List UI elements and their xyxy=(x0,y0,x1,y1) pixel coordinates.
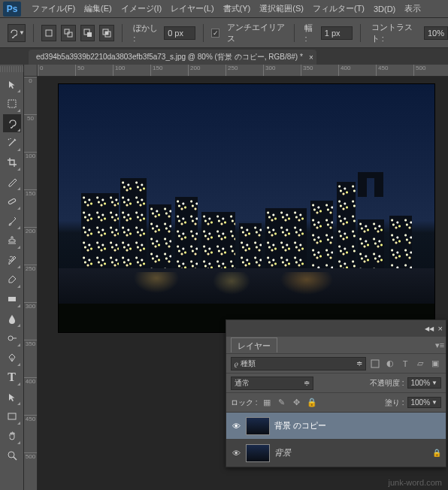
svg-rect-12 xyxy=(8,297,16,301)
panel-menu-icon[interactable]: ▾≡ xyxy=(434,339,446,351)
history-brush-tool[interactable] xyxy=(3,251,21,269)
panel-header[interactable]: ◀◀ × xyxy=(226,320,446,337)
healing-tool[interactable] xyxy=(3,192,21,210)
visibility-toggle[interactable]: 👁 xyxy=(231,449,241,458)
chevron-icon: ≑ xyxy=(304,379,310,387)
document-tab[interactable]: ed394b5a3939b2210da3803efb3f5a73_s.jpg @… xyxy=(29,50,316,65)
canvas-area[interactable]: 050100150200250300350400450500550600 050… xyxy=(24,65,448,490)
magic-wand-tool[interactable] xyxy=(3,134,21,152)
gradient-tool[interactable] xyxy=(3,290,21,308)
brush-icon xyxy=(7,216,17,226)
kind-filter-select[interactable]: 𝜌 種類≑ xyxy=(231,357,366,371)
tool-preset-picker[interactable]: ▼ xyxy=(8,24,26,42)
collapse-icon[interactable]: ◀◀ xyxy=(425,325,434,332)
lasso-tool[interactable] xyxy=(3,114,21,132)
svg-rect-5 xyxy=(87,32,92,37)
menu-type[interactable]: 書式(Y) xyxy=(219,3,256,14)
menu-filter[interactable]: フィルター(T) xyxy=(308,3,369,14)
menu-image[interactable]: イメージ(I) xyxy=(117,3,166,14)
app-logo: Ps xyxy=(3,2,21,17)
lock-transparency-icon[interactable]: ▦ xyxy=(261,397,273,409)
menu-layer[interactable]: レイヤー(L) xyxy=(166,3,218,14)
layer-thumbnail[interactable] xyxy=(246,417,270,435)
fill-input[interactable]: 100%▼ xyxy=(407,397,442,408)
dodge-tool[interactable] xyxy=(3,329,21,347)
hand-tool[interactable] xyxy=(3,427,21,445)
intersect-selection-button[interactable] xyxy=(99,25,114,41)
toolbox-drag-handle[interactable] xyxy=(0,66,23,72)
layers-tab[interactable]: レイヤー xyxy=(231,337,277,352)
menu-3d[interactable]: 3D(D) xyxy=(369,5,400,14)
lock-icon: 🔒 xyxy=(432,449,441,457)
separator xyxy=(33,24,34,42)
zoom-tool[interactable] xyxy=(3,446,21,464)
width-input[interactable] xyxy=(321,26,353,40)
add-selection-button[interactable] xyxy=(61,25,76,41)
layer-name[interactable]: 背景 xyxy=(274,447,428,458)
menu-select[interactable]: 選択範囲(S) xyxy=(255,3,308,14)
pen-icon xyxy=(7,352,17,363)
gradient-icon xyxy=(7,294,17,304)
layers-panel: ◀◀ × レイヤー ▾≡ 𝜌 種類≑ ◐ T ▱ ▣ 通常≑ xyxy=(226,319,446,467)
subtract-selection-button[interactable] xyxy=(80,25,95,41)
fill-label: 塗り : xyxy=(385,398,404,408)
contrast-input[interactable] xyxy=(424,26,448,40)
chevron-down-icon: ▼ xyxy=(19,29,25,36)
filter-adjustment-icon[interactable]: ◐ xyxy=(384,358,396,370)
vertical-ruler[interactable]: 050100150200250300350400450500550600650 xyxy=(24,77,38,490)
type-icon: T xyxy=(8,371,16,384)
antialias-checkbox[interactable]: ✓ xyxy=(211,29,219,38)
new-selection-button[interactable] xyxy=(41,25,56,41)
svg-point-14 xyxy=(8,336,13,340)
blend-mode-select[interactable]: 通常≑ xyxy=(231,377,313,390)
chevron-icon: ≑ xyxy=(356,359,362,368)
toolbox: T xyxy=(0,65,24,490)
close-panel-icon[interactable]: × xyxy=(438,324,443,333)
menu-edit[interactable]: 編集(E) xyxy=(80,3,117,14)
type-tool[interactable]: T xyxy=(3,368,21,386)
svg-rect-3 xyxy=(68,32,72,37)
lock-all-icon[interactable]: 🔒 xyxy=(306,397,318,409)
lock-row: ロック : ▦ ✎ ✥ 🔒 塗り : 100%▼ xyxy=(226,392,446,412)
eyedropper-tool[interactable] xyxy=(3,173,21,191)
shape-tool[interactable] xyxy=(3,407,21,425)
crop-tool[interactable] xyxy=(3,153,21,171)
pen-tool[interactable] xyxy=(3,349,21,367)
svg-point-10 xyxy=(11,127,12,129)
move-tool[interactable] xyxy=(3,75,21,93)
opacity-input[interactable]: 100%▼ xyxy=(407,377,442,389)
layer-thumbnail[interactable] xyxy=(246,444,270,462)
filter-shape-icon[interactable]: ▱ xyxy=(414,358,426,370)
brush-tool[interactable] xyxy=(3,212,21,230)
svg-rect-11 xyxy=(8,198,16,204)
layers-list: 👁 背景 のコピー 👁 背景 🔒 xyxy=(226,412,446,467)
separator xyxy=(360,24,361,42)
document-canvas[interactable] xyxy=(59,84,434,332)
zoom-icon xyxy=(7,450,17,461)
close-tab-icon[interactable]: × xyxy=(309,53,313,62)
layer-item[interactable]: 👁 背景 のコピー xyxy=(226,413,446,440)
layer-name[interactable]: 背景 のコピー xyxy=(274,420,441,431)
rect-icon xyxy=(7,411,17,422)
filter-type-icon[interactable]: T xyxy=(399,358,411,370)
layer-item[interactable]: 👁 背景 🔒 xyxy=(226,440,446,467)
path-selection-tool[interactable] xyxy=(3,388,21,406)
visibility-toggle[interactable]: 👁 xyxy=(231,422,241,431)
eraser-tool[interactable] xyxy=(3,271,21,289)
menu-view[interactable]: 表示 xyxy=(400,3,425,14)
horizontal-ruler[interactable]: 050100150200250300350400450500550600 xyxy=(38,65,448,77)
blend-row: 通常≑ 不透明度 : 100%▼ xyxy=(226,373,446,392)
filter-smart-icon[interactable]: ▣ xyxy=(429,358,441,370)
subtract-selection-icon xyxy=(83,28,93,38)
blur-tool[interactable] xyxy=(3,310,21,328)
lock-pixels-icon[interactable]: ✎ xyxy=(276,397,288,409)
chevron-down-icon: ▼ xyxy=(431,399,437,406)
lock-position-icon[interactable]: ✥ xyxy=(291,397,303,409)
options-bar: ▼ ぼかし : ✓ アンチエイリアス 幅 : コントラスト : xyxy=(0,18,448,48)
feather-input[interactable] xyxy=(164,26,195,40)
filter-pixel-icon[interactable] xyxy=(369,358,381,370)
ruler-origin[interactable] xyxy=(24,65,38,77)
stamp-tool[interactable] xyxy=(3,231,21,250)
marquee-tool[interactable] xyxy=(3,95,21,113)
menu-file[interactable]: ファイル(F) xyxy=(27,3,80,14)
